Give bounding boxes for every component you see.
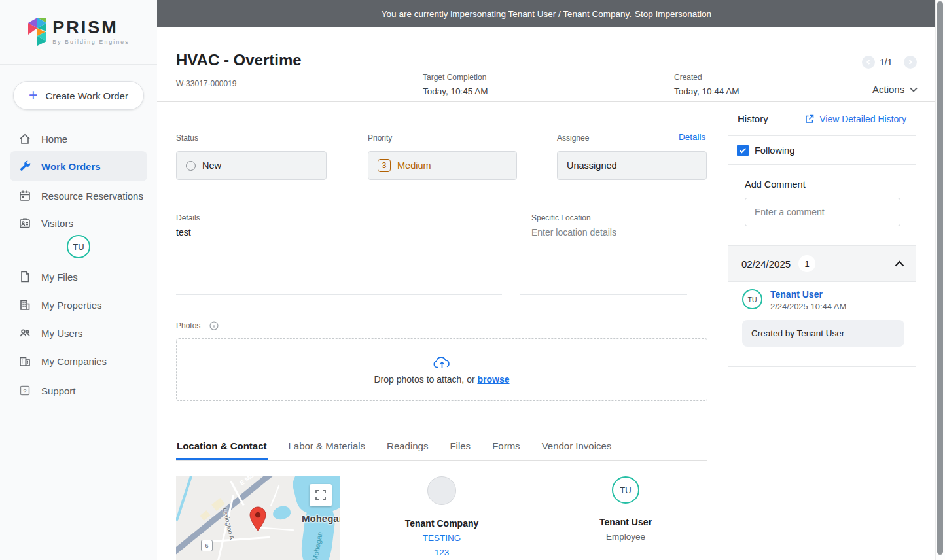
logo-subtitle: By Building Engines xyxy=(52,39,129,45)
priority-badge: 3 xyxy=(378,159,391,172)
sidebar-item-visitors[interactable]: Visitors xyxy=(0,211,157,236)
tab-labor-materials[interactable]: Labor & Materials xyxy=(288,435,366,460)
company-property-link[interactable]: TESTING xyxy=(423,533,461,543)
following-checkbox[interactable] xyxy=(737,145,749,156)
tab-vendor-invoices[interactable]: Vendor Invoices xyxy=(541,435,613,460)
stop-impersonation-link[interactable]: Stop Impersonation xyxy=(635,9,711,19)
photo-dropzone[interactable]: Drop photos to attach, or browse xyxy=(176,338,707,401)
following-row: Following xyxy=(728,136,916,165)
route-shield-icon: 6 xyxy=(201,540,213,551)
sidebar-item-home[interactable]: Home xyxy=(0,126,157,151)
next-work-order-button[interactable] xyxy=(904,56,917,69)
tab-readings[interactable]: Readings xyxy=(386,435,429,460)
chevron-right-icon xyxy=(908,60,913,65)
sidebar-item-label: Visitors xyxy=(41,218,73,229)
following-label: Following xyxy=(755,145,794,156)
photos-section-header: Photos xyxy=(176,321,219,330)
company-avatar xyxy=(427,476,456,505)
assignee-details-link[interactable]: Details xyxy=(679,132,705,142)
status-new-icon xyxy=(186,161,196,171)
assignee-label: Assignee xyxy=(557,133,589,143)
sidebar-item-my-users[interactable]: My Users xyxy=(0,321,157,345)
sidebar-item-label: My Companies xyxy=(41,356,107,367)
actions-menu-button[interactable]: Actions xyxy=(872,84,918,95)
created-label: Created xyxy=(674,73,702,82)
status-value: New xyxy=(202,160,221,171)
assignee-value: Unassigned xyxy=(567,160,617,171)
browse-link[interactable]: browse xyxy=(477,374,509,385)
sidebar: PRISM By Building Engines + Create Work … xyxy=(0,0,158,560)
specific-location-textarea[interactable] xyxy=(520,227,687,295)
status-select[interactable]: New xyxy=(176,151,327,180)
tab-location-contact[interactable]: Location & Contact xyxy=(176,435,268,460)
status-label: Status xyxy=(176,133,198,143)
help-icon: ? xyxy=(18,384,31,397)
sidebar-item-label: Support xyxy=(41,385,76,396)
details-label: Details xyxy=(176,213,200,222)
sidebar-item-label: My Users xyxy=(41,328,82,339)
info-icon xyxy=(209,321,219,330)
home-icon xyxy=(18,132,31,145)
target-completion-value: Today, 10:45 AM xyxy=(423,86,488,96)
previous-work-order-button[interactable] xyxy=(862,56,875,69)
details-textarea[interactable]: test xyxy=(176,227,502,295)
created-value: Today, 10:44 AM xyxy=(674,86,740,96)
prism-logo: PRISM By Building Engines xyxy=(0,0,157,65)
logo-text: PRISM By Building Engines xyxy=(52,19,129,45)
users-icon xyxy=(18,326,31,340)
user-avatar: TU xyxy=(67,235,90,258)
company-name: Tenant Company xyxy=(405,518,479,529)
sidebar-item-label: My Files xyxy=(41,271,78,283)
visitor-badge-icon xyxy=(18,217,31,230)
priority-label: Priority xyxy=(368,133,392,143)
sidebar-item-resource-reservations[interactable]: Resource Reservations xyxy=(0,183,157,208)
cloud-upload-icon xyxy=(433,355,451,369)
sidebar-item-label: Resource Reservations xyxy=(41,190,143,201)
fullscreen-icon xyxy=(315,490,326,500)
company-suite-link[interactable]: 123 xyxy=(435,548,450,557)
chevron-up-icon[interactable] xyxy=(895,260,904,267)
impersonation-banner: You are currently impersonating Tenant U… xyxy=(157,0,936,27)
work-order-main: HVAC - Overtime W-33017-000019 Target Co… xyxy=(157,27,936,560)
sidebar-item-my-companies[interactable]: My Companies xyxy=(0,349,157,374)
chevron-left-icon xyxy=(866,60,871,65)
sidebar-item-my-files[interactable]: My Files xyxy=(0,264,157,289)
map-place-label: Mohegan xyxy=(302,513,340,524)
priority-select[interactable]: 3 Medium xyxy=(368,151,517,180)
photos-label: Photos xyxy=(176,321,200,330)
map-street xyxy=(270,485,280,506)
drop-photos-text: Drop photos to attach, or xyxy=(374,374,475,385)
priority-value: Medium xyxy=(397,160,431,171)
entry-avatar: TU xyxy=(742,289,762,309)
map-creek xyxy=(176,476,195,521)
building-icon xyxy=(18,298,31,311)
actions-label: Actions xyxy=(872,84,904,95)
scrollbar-thumb[interactable] xyxy=(937,1,943,555)
view-detailed-history-link[interactable]: View Detailed History xyxy=(804,114,906,124)
sidebar-item-label: Work Orders xyxy=(41,161,101,172)
tab-forms[interactable]: Forms xyxy=(491,435,521,460)
tab-files[interactable]: Files xyxy=(449,435,471,460)
history-header: History View Detailed History xyxy=(728,102,916,136)
plus-icon: + xyxy=(29,88,37,103)
map-fullscreen-button[interactable] xyxy=(310,484,332,506)
external-link-icon xyxy=(804,114,815,124)
assignee-select[interactable]: Unassigned xyxy=(557,151,707,180)
calendar-icon xyxy=(18,189,31,202)
comment-input[interactable] xyxy=(745,198,900,226)
sidebar-item-my-properties[interactable]: My Properties xyxy=(0,292,157,317)
create-work-order-label: Create Work Order xyxy=(46,90,128,101)
sidebar-item-work-orders[interactable]: Work Orders xyxy=(10,151,147,181)
sidebar-item-support[interactable]: ? Support xyxy=(0,378,157,403)
location-map[interactable]: E Ma Lexington A Mohegan Mohegan 6 xyxy=(176,476,340,560)
user-role: Employee xyxy=(606,532,645,542)
file-icon xyxy=(18,270,31,283)
wrench-icon xyxy=(18,160,31,173)
page-scrollbar xyxy=(935,0,945,560)
check-icon xyxy=(739,147,747,154)
history-title: History xyxy=(738,113,768,124)
entry-user-link[interactable]: Tenant User xyxy=(770,289,846,300)
create-work-order-button[interactable]: + Create Work Order xyxy=(13,81,144,110)
history-date-group[interactable]: 02/24/2025 1 xyxy=(728,245,916,282)
history-count-badge: 1 xyxy=(798,255,815,272)
